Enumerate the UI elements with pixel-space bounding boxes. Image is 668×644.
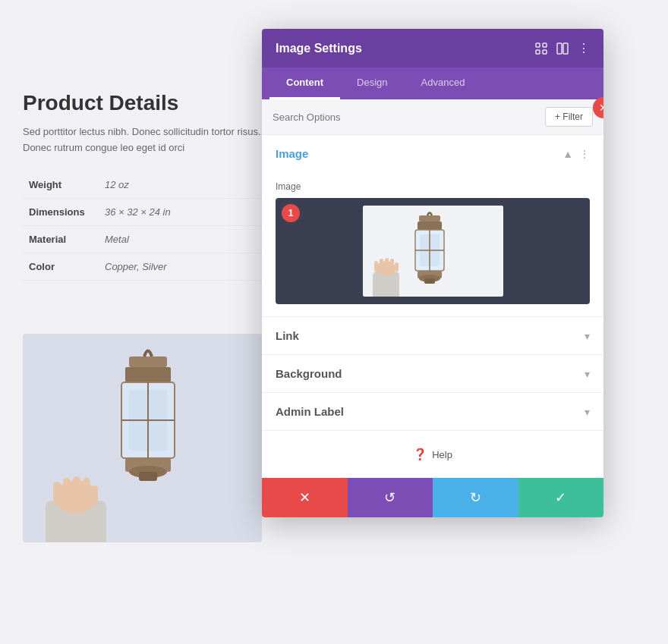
background-section-controls: ▾ bbox=[584, 368, 590, 380]
confirm-button[interactable]: ✓ bbox=[518, 478, 604, 517]
image-section-more-icon[interactable]: ⋮ bbox=[579, 148, 590, 160]
modal-tabs: Content Design Advanced bbox=[262, 68, 603, 99]
modal-content: Image ▲ ⋮ Image 1 bbox=[262, 135, 603, 478]
svg-rect-30 bbox=[395, 262, 399, 272]
table-row: ColorCopper, Silver bbox=[23, 253, 266, 280]
tab-design[interactable]: Design bbox=[340, 68, 404, 99]
link-section-controls: ▾ bbox=[584, 330, 590, 342]
svg-rect-40 bbox=[424, 278, 435, 284]
svg-rect-6 bbox=[91, 485, 98, 504]
spec-value: Metal bbox=[99, 225, 266, 253]
svg-rect-29 bbox=[390, 259, 394, 271]
svg-rect-17 bbox=[536, 43, 540, 47]
tab-content[interactable]: Content bbox=[269, 68, 340, 99]
search-input[interactable] bbox=[273, 112, 539, 123]
background-section-header[interactable]: Background ▾ bbox=[262, 355, 603, 393]
search-bar: + Filter bbox=[262, 99, 603, 135]
svg-rect-19 bbox=[536, 50, 540, 54]
svg-rect-28 bbox=[385, 258, 389, 272]
undo-button[interactable]: ↺ bbox=[348, 478, 433, 517]
fullscreen-icon[interactable] bbox=[535, 42, 547, 55]
svg-rect-20 bbox=[543, 50, 547, 54]
image-badge: 1 bbox=[282, 204, 300, 222]
admin-label-section-controls: ▾ bbox=[584, 406, 590, 418]
admin-label-section-title: Admin Label bbox=[276, 405, 344, 418]
product-description: Sed porttitor lectus nibh. Donec sollici… bbox=[23, 124, 266, 156]
product-details-section: Product Details Sed porttitor lectus nib… bbox=[23, 91, 266, 296]
svg-rect-8 bbox=[129, 357, 167, 367]
product-title: Product Details bbox=[23, 91, 266, 115]
help-section: ❓ Help bbox=[262, 431, 603, 478]
link-chevron-down-icon[interactable]: ▾ bbox=[584, 330, 590, 342]
product-specs-table: Weight12 ozDimensions36 × 32 × 24 inMate… bbox=[23, 171, 266, 281]
product-image-section bbox=[23, 334, 262, 542]
svg-rect-2 bbox=[53, 482, 61, 504]
redo-button[interactable]: ↻ bbox=[433, 478, 518, 517]
spec-label: Color bbox=[23, 253, 99, 280]
image-upload-area[interactable]: 1 bbox=[276, 198, 590, 304]
modal-title: Image Settings bbox=[276, 42, 362, 55]
spec-label: Weight bbox=[23, 171, 99, 199]
chevron-up-icon[interactable]: ▲ bbox=[562, 148, 573, 160]
modal-panel: ✕ Image Settings ⋮ Content bbox=[262, 29, 603, 517]
admin-label-chevron-down-icon[interactable]: ▾ bbox=[584, 406, 590, 418]
svg-rect-16 bbox=[139, 472, 157, 481]
help-text: Help bbox=[432, 449, 452, 460]
spec-value: Copper, Silver bbox=[99, 253, 266, 280]
svg-rect-18 bbox=[543, 43, 547, 47]
link-section-title: Link bbox=[276, 329, 299, 342]
svg-rect-22 bbox=[563, 43, 568, 54]
modal-header: Image Settings ⋮ bbox=[262, 29, 603, 68]
spec-value: 36 × 32 × 24 in bbox=[99, 198, 266, 225]
background-section-title: Background bbox=[276, 367, 342, 380]
image-section-title: Image bbox=[276, 147, 308, 160]
svg-rect-32 bbox=[419, 215, 440, 221]
image-section-content: Image 1 bbox=[262, 172, 603, 317]
svg-rect-4 bbox=[73, 476, 80, 504]
spec-label: Dimensions bbox=[23, 198, 99, 225]
svg-rect-5 bbox=[83, 478, 90, 503]
image-section-header[interactable]: Image ▲ ⋮ bbox=[262, 135, 603, 172]
svg-rect-27 bbox=[380, 259, 383, 272]
svg-rect-21 bbox=[557, 43, 562, 54]
admin-label-section-header[interactable]: Admin Label ▾ bbox=[262, 393, 603, 431]
product-image bbox=[23, 334, 262, 542]
image-preview bbox=[363, 206, 503, 297]
table-row: Weight12 oz bbox=[23, 171, 266, 199]
svg-rect-33 bbox=[417, 221, 442, 230]
table-row: MaterialMetal bbox=[23, 225, 266, 253]
image-field-label: Image bbox=[276, 181, 590, 192]
spec-label: Material bbox=[23, 225, 99, 253]
filter-button[interactable]: + Filter bbox=[545, 107, 593, 127]
help-icon[interactable]: ❓ bbox=[413, 448, 427, 461]
svg-rect-9 bbox=[125, 367, 171, 382]
link-section-header[interactable]: Link ▾ bbox=[262, 317, 603, 355]
tab-advanced[interactable]: Advanced bbox=[405, 68, 482, 99]
svg-rect-26 bbox=[374, 261, 378, 272]
more-options-icon[interactable]: ⋮ bbox=[578, 41, 590, 55]
cancel-button[interactable]: ✕ bbox=[262, 478, 348, 517]
svg-rect-3 bbox=[63, 478, 71, 504]
background-chevron-down-icon[interactable]: ▾ bbox=[584, 368, 590, 380]
image-section-controls: ▲ ⋮ bbox=[562, 148, 590, 160]
split-view-icon[interactable] bbox=[556, 42, 569, 55]
modal-footer: ✕ ↺ ↻ ✓ bbox=[262, 478, 603, 517]
preview-image bbox=[363, 206, 503, 297]
spec-value: 12 oz bbox=[99, 171, 266, 199]
table-row: Dimensions36 × 32 × 24 in bbox=[23, 198, 266, 225]
modal-header-icons: ⋮ bbox=[535, 41, 590, 55]
